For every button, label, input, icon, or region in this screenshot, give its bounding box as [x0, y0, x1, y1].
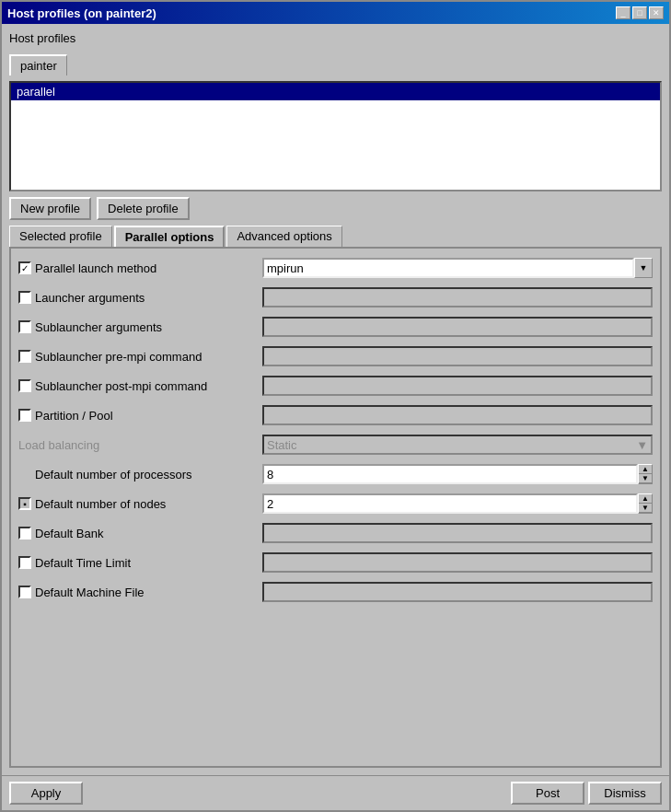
launcher-arguments-input[interactable]	[262, 287, 653, 307]
load-balancing-row: Load balancing Static ▼	[18, 433, 653, 457]
options-tabs-header: Selected profile Parallel options Advanc…	[9, 226, 662, 249]
default-nodes-label-group: Default number of nodes	[18, 497, 262, 511]
default-machine-file-input[interactable]	[262, 582, 653, 602]
parallel-launch-dropdown-btn[interactable]: ▼	[634, 258, 653, 278]
sublauncher-post-mpi-label-group: Sublauncher post-mpi command	[18, 379, 262, 393]
default-machine-file-label-group: Default Machine File	[18, 586, 262, 599]
profile-action-buttons: New profile Delete profile	[9, 197, 662, 220]
load-balancing-dropdown-icon: ▼	[636, 438, 648, 452]
bottom-bar: Apply Post Dismiss	[2, 775, 669, 810]
default-nodes-row: Default number of nodes ▲ ▼	[18, 492, 653, 516]
bottom-bar-right: Post Dismiss	[511, 782, 662, 805]
apply-button[interactable]: Apply	[9, 782, 83, 805]
sublauncher-pre-mpi-label-group: Sublauncher pre-mpi command	[18, 350, 262, 364]
minimize-button[interactable]: _	[616, 6, 631, 19]
load-balancing-select: Static ▼	[262, 435, 653, 455]
partition-pool-row: Partition / Pool	[18, 403, 653, 427]
default-processors-input-group: ▲ ▼	[262, 464, 653, 484]
parallel-launch-input[interactable]	[262, 258, 634, 278]
sublauncher-pre-mpi-input[interactable]	[262, 346, 653, 366]
default-time-limit-input[interactable]	[262, 552, 653, 573]
tab-advanced-options[interactable]: Advanced options	[226, 226, 341, 247]
main-window: Host profiles (on painter2) _ □ ✕ Host p…	[0, 0, 671, 812]
tab-selected-profile[interactable]: Selected profile	[9, 226, 112, 247]
default-time-limit-checkbox[interactable]	[18, 556, 31, 569]
load-balancing-label-group: Load balancing	[18, 438, 262, 452]
sublauncher-pre-mpi-row: Sublauncher pre-mpi command	[18, 344, 653, 368]
sublauncher-post-mpi-input[interactable]	[262, 376, 653, 396]
parallel-options-content: Parallel launch method ▼ Launcher argume…	[9, 249, 662, 768]
host-profiles-label: Host profiles	[9, 31, 662, 45]
post-button[interactable]: Post	[511, 782, 584, 805]
window-title: Host profiles (on painter2)	[7, 6, 156, 20]
profile-item-parallel[interactable]: parallel	[11, 83, 660, 100]
sublauncher-arguments-label-group: Sublauncher arguments	[18, 320, 262, 334]
sublauncher-arguments-input[interactable]	[262, 317, 653, 337]
processors-spin-down[interactable]: ▼	[639, 474, 652, 483]
painter-tab[interactable]: painter	[9, 54, 67, 75]
default-nodes-spinner[interactable]: ▲ ▼	[638, 493, 653, 514]
parallel-launch-checkbox[interactable]	[18, 261, 31, 274]
close-button[interactable]: ✕	[649, 6, 664, 19]
sublauncher-post-mpi-row: Sublauncher post-mpi command	[18, 374, 653, 398]
default-machine-file-checkbox[interactable]	[18, 586, 31, 598]
partition-pool-checkbox[interactable]	[18, 409, 31, 422]
profile-tabs-row: painter	[9, 54, 662, 75]
default-processors-spinner[interactable]: ▲ ▼	[638, 464, 653, 484]
sublauncher-pre-mpi-checkbox[interactable]	[18, 350, 31, 363]
parallel-launch-input-group: ▼	[262, 258, 653, 278]
launcher-arguments-row: Launcher arguments	[18, 285, 653, 309]
window-controls: _ □ ✕	[616, 6, 664, 19]
delete-profile-button[interactable]: Delete profile	[97, 197, 190, 220]
default-bank-row: Default Bank	[18, 521, 653, 545]
default-time-limit-row: Default Time Limit	[18, 551, 653, 574]
default-bank-label-group: Default Bank	[18, 527, 262, 540]
default-processors-label-group: Default number of processors	[18, 468, 262, 481]
default-bank-input[interactable]	[262, 523, 653, 543]
sublauncher-post-mpi-checkbox[interactable]	[18, 379, 31, 392]
parallel-launch-label-group: Parallel launch method	[18, 261, 262, 275]
default-nodes-input[interactable]	[262, 493, 638, 514]
tab-parallel-options[interactable]: Parallel options	[114, 226, 226, 247]
default-processors-row: Default number of processors ▲ ▼	[18, 462, 653, 486]
default-processors-input[interactable]	[262, 464, 638, 484]
launcher-arguments-label-group: Launcher arguments	[18, 291, 262, 305]
default-machine-file-row: Default Machine File	[18, 580, 653, 604]
launcher-arguments-checkbox[interactable]	[18, 291, 31, 304]
default-time-limit-label-group: Default Time Limit	[18, 556, 262, 570]
default-nodes-checkbox[interactable]	[18, 497, 31, 510]
profile-list[interactable]: parallel	[9, 81, 662, 191]
maximize-button[interactable]: □	[632, 6, 647, 19]
title-bar: Host profiles (on painter2) _ □ ✕	[2, 2, 669, 24]
parallel-launch-method-row: Parallel launch method ▼	[18, 256, 653, 280]
sublauncher-arguments-checkbox[interactable]	[18, 320, 31, 333]
nodes-spin-up[interactable]: ▲	[639, 494, 652, 504]
options-panel: Selected profile Parallel options Advanc…	[9, 226, 662, 768]
partition-pool-label-group: Partition / Pool	[18, 409, 262, 423]
new-profile-button[interactable]: New profile	[9, 197, 91, 220]
processors-spin-up[interactable]: ▲	[639, 465, 652, 474]
sublauncher-arguments-row: Sublauncher arguments	[18, 315, 653, 339]
partition-pool-input[interactable]	[262, 405, 653, 425]
default-bank-checkbox[interactable]	[18, 527, 31, 539]
default-nodes-input-group: ▲ ▼	[262, 493, 653, 514]
nodes-spin-down[interactable]: ▼	[639, 504, 652, 513]
window-content: Host profiles painter parallel New profi…	[2, 24, 669, 775]
dismiss-button[interactable]: Dismiss	[588, 782, 662, 805]
